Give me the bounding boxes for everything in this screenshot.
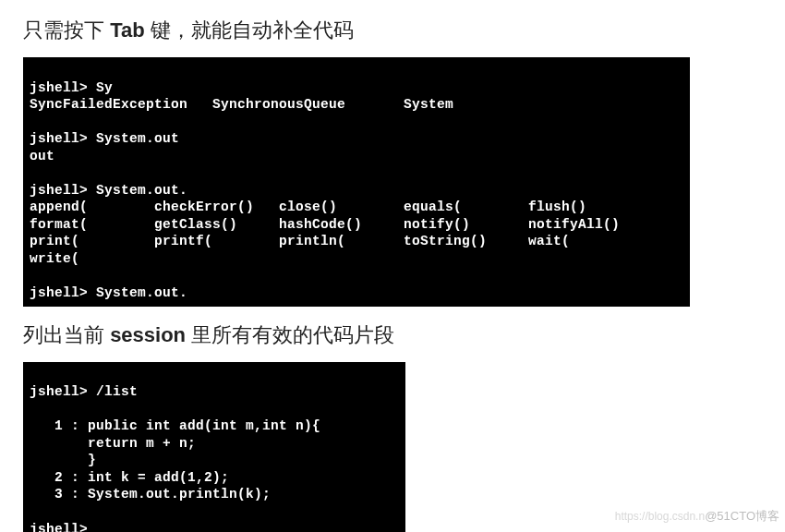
watermark-right: @51CTO博客 [705, 509, 779, 523]
term-line: write( [30, 251, 79, 266]
term-line: SyncFailedException SynchronousQueue Sys… [30, 97, 453, 112]
heading-list-session: 列出当前 session 里所有有效的代码片段 [23, 321, 762, 349]
watermark: https://blog.csdn.n@51CTO博客 [615, 508, 779, 525]
heading-text-pre: 只需按下 [23, 18, 110, 42]
heading-bold-session: session [110, 323, 186, 346]
terminal-tab-completion: jshell> Sy SyncFailedException Synchrono… [23, 57, 690, 307]
heading-bold-tab: Tab [110, 18, 144, 42]
heading-text-post: 键，就能自动补全代码 [145, 18, 354, 42]
term-line: return m + n; [30, 436, 196, 451]
term-line: jshell> System.out. [30, 285, 187, 300]
term-line: out [30, 149, 54, 163]
term-line: jshell> /list [30, 384, 138, 399]
heading-text-pre: 列出当前 [23, 323, 110, 346]
term-line: format( getClass() hashCode() notify() n… [30, 217, 620, 232]
watermark-left: https://blog.csdn.n [615, 510, 705, 523]
term-line: jshell> Sy [30, 80, 113, 95]
term-line: print( printf( println( toString() wait( [30, 234, 570, 248]
term-line: 1 : public int add(int m,int n){ [30, 418, 320, 433]
term-line: append( checkError() close() equals( flu… [30, 200, 586, 214]
term-line: } [30, 453, 96, 467]
term-line: jshell> System.out [30, 131, 179, 146]
term-line: 2 : int k = add(1,2); [30, 470, 229, 485]
heading-tab-autocomplete: 只需按下 Tab 键，就能自动补全代码 [23, 17, 762, 44]
term-line: 3 : System.out.println(k); [30, 487, 271, 502]
terminal-list-snippets: jshell> /list 1 : public int add(int m,i… [23, 362, 405, 532]
term-line: jshell> System.out. [30, 183, 187, 198]
term-line: jshell> [30, 522, 88, 532]
heading-text-post: 里所有有效的代码片段 [186, 323, 394, 346]
